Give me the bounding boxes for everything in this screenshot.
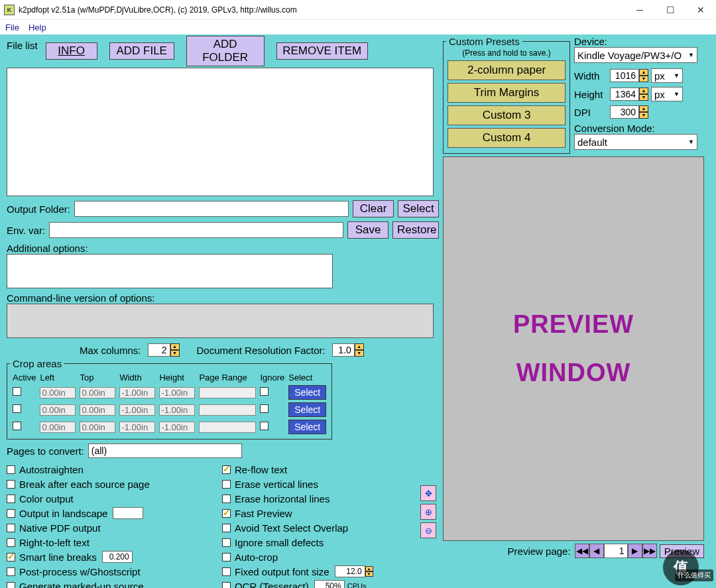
crop-height-input[interactable]	[159, 422, 195, 433]
crop-pagerange-input[interactable]	[199, 387, 256, 398]
menu-help[interactable]: Help	[29, 23, 46, 32]
zoom-out-icon[interactable]: ⊖	[420, 522, 436, 538]
down-arrow-icon[interactable]: ▼	[170, 350, 180, 357]
option-row: Autostraighten	[7, 462, 202, 477]
crop-ignore-checkbox[interactable]	[260, 422, 268, 430]
add-file-button[interactable]: ADD FILE	[109, 42, 174, 60]
close-button[interactable]: ✕	[686, 0, 716, 20]
device-dropdown[interactable]: Kindle Voyage/PW3+/O▼	[574, 47, 697, 63]
option-checkbox[interactable]	[222, 567, 231, 576]
doc-res-input[interactable]	[332, 343, 355, 357]
maximize-button[interactable]: ☐	[655, 0, 686, 20]
crop-active-checkbox[interactable]	[13, 404, 21, 413]
add-folder-button[interactable]: ADD FOLDER	[186, 36, 265, 66]
crop-top-input[interactable]	[80, 404, 115, 416]
preview-page-input[interactable]	[604, 544, 628, 558]
save-button[interactable]: Save	[347, 221, 388, 239]
option-checkbox[interactable]	[222, 495, 231, 503]
option-checkbox[interactable]	[7, 538, 15, 547]
next-page-button[interactable]: ▶	[628, 544, 642, 558]
remove-item-button[interactable]: REMOVE ITEM	[276, 42, 368, 60]
crop-active-checkbox[interactable]	[13, 422, 21, 430]
option-value-input[interactable]	[102, 551, 133, 563]
crop-select-button[interactable]: Select	[288, 385, 326, 400]
option-checkbox[interactable]	[7, 553, 15, 561]
preview-button[interactable]: Preview	[660, 544, 704, 558]
prev-page-button[interactable]: ◀	[589, 544, 604, 558]
option-checkbox[interactable]	[222, 524, 231, 532]
option-checkbox[interactable]	[222, 538, 231, 547]
crop-height-input[interactable]	[159, 404, 195, 416]
crop-pagerange-input[interactable]	[199, 422, 256, 433]
crop-width-input[interactable]	[119, 404, 155, 416]
preset-button[interactable]: Trim Margins	[448, 83, 566, 103]
minimize-button[interactable]: ─	[625, 0, 655, 20]
height-input[interactable]	[610, 88, 639, 101]
zoom-in-icon[interactable]: ⊕	[420, 504, 436, 520]
option-checkbox[interactable]	[7, 524, 15, 532]
option-row: Smart line breaks	[7, 550, 202, 564]
up-arrow-icon[interactable]: ▲	[170, 343, 180, 350]
output-folder-label: Output Folder:	[7, 204, 70, 215]
mode-dropdown[interactable]: default▼	[574, 134, 697, 150]
preset-button[interactable]: Custom 4	[448, 128, 566, 148]
option-checkbox[interactable]	[7, 465, 15, 474]
output-folder-input[interactable]	[74, 201, 349, 217]
clear-button[interactable]: Clear	[353, 200, 394, 217]
crop-width-input[interactable]	[119, 422, 155, 433]
max-columns-input[interactable]	[148, 343, 170, 357]
crop-row: Select	[11, 402, 328, 418]
select-folder-button[interactable]: Select	[398, 200, 439, 217]
env-var-input[interactable]	[49, 222, 343, 238]
option-label: Avoid Text Select Overlap	[235, 522, 348, 534]
crop-top-input[interactable]	[80, 387, 115, 398]
restore-button[interactable]: Restore	[392, 221, 439, 239]
option-checkbox[interactable]	[7, 480, 15, 489]
file-list-box[interactable]	[7, 68, 434, 196]
info-button[interactable]: INFO	[46, 42, 97, 60]
preview-window[interactable]: PREVIEW WINDOW	[443, 156, 704, 541]
crop-top-input[interactable]	[80, 422, 115, 433]
option-value-input[interactable]	[314, 580, 345, 588]
first-page-button[interactable]: ◀◀	[575, 544, 589, 558]
option-checkbox[interactable]	[7, 509, 15, 518]
last-page-button[interactable]: ▶▶	[642, 544, 657, 558]
crop-width-input[interactable]	[119, 387, 155, 398]
option-checkbox[interactable]	[222, 509, 231, 518]
option-checkbox[interactable]	[7, 582, 15, 589]
pages-input[interactable]	[88, 443, 242, 458]
crop-left-input[interactable]	[40, 387, 76, 398]
option-checkbox[interactable]	[222, 465, 231, 474]
preset-button[interactable]: 2-column paper	[448, 60, 566, 80]
option-checkbox[interactable]	[7, 495, 15, 503]
crop-ignore-checkbox[interactable]	[260, 387, 268, 396]
preset-button[interactable]: Custom 3	[448, 105, 566, 125]
additional-options-input[interactable]	[7, 254, 333, 288]
dpi-input[interactable]	[610, 105, 639, 119]
crop-select-button[interactable]: Select	[288, 420, 326, 434]
crop-select-button[interactable]: Select	[288, 402, 326, 417]
crop-height-input[interactable]	[159, 387, 195, 398]
option-value-input[interactable]	[113, 507, 143, 519]
chevron-down-icon: ▼	[687, 52, 695, 58]
menu-file[interactable]: File	[5, 23, 19, 32]
crop-left-input[interactable]	[40, 422, 76, 433]
option-checkbox[interactable]	[222, 582, 231, 589]
option-label: OCR (Tesseract)	[235, 581, 309, 589]
width-input[interactable]	[610, 69, 639, 82]
width-unit-dropdown[interactable]: px▼	[651, 68, 683, 83]
option-checkbox[interactable]	[222, 553, 231, 561]
crop-active-checkbox[interactable]	[13, 387, 21, 396]
fit-icon[interactable]: ✥	[420, 485, 436, 501]
option-checkbox[interactable]	[222, 480, 231, 489]
up-arrow-icon[interactable]: ▲	[355, 343, 364, 350]
crop-ignore-checkbox[interactable]	[260, 404, 268, 413]
crop-left-input[interactable]	[40, 404, 76, 416]
option-row: Right-to-left text	[7, 535, 202, 550]
option-row: Erase vertical lines	[222, 477, 428, 491]
crop-pagerange-input[interactable]	[199, 404, 256, 416]
height-unit-dropdown[interactable]: px▼	[651, 87, 683, 101]
option-value-input[interactable]	[335, 565, 365, 577]
down-arrow-icon[interactable]: ▼	[355, 350, 364, 357]
option-checkbox[interactable]	[7, 567, 15, 576]
